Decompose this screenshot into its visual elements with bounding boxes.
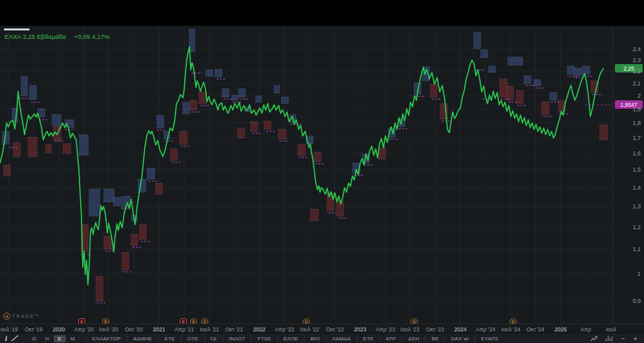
price-axis-label: 1,2 bbox=[632, 224, 641, 230]
compare-candle-up bbox=[79, 135, 89, 155]
watchlist-ticker[interactable]: ΙΝΛΟΤ bbox=[222, 336, 251, 342]
dividend-marker-icon[interactable]: D bbox=[190, 318, 197, 324]
time-axis-label: Απρ '23 bbox=[376, 326, 395, 333]
compare-candle-up bbox=[113, 197, 121, 206]
bottom-toolbar: i ΩΗΕΜ ΕΛΛΑΚΤΩΡΑΔΜΗΕΕΤΕΟΤΕΓΔΙΝΛΟΤFTSEΕΛΠ… bbox=[0, 333, 644, 343]
price-axis-label: 0,9 bbox=[632, 298, 641, 304]
price-chart-canvas[interactable] bbox=[0, 26, 613, 324]
zoom-in-button[interactable]: + bbox=[634, 335, 638, 342]
compare-candle-up bbox=[215, 69, 222, 77]
watchlist-ticker[interactable]: ΔΕΗ bbox=[402, 336, 425, 342]
broker-logo-icon: a bbox=[3, 313, 10, 320]
watchlist-ticker[interactable]: DAX wi bbox=[444, 336, 474, 342]
price-axis-label: 2,3 bbox=[632, 57, 641, 63]
watchlist-ticker[interactable]: ΟΤΕ bbox=[181, 336, 204, 342]
volume-bars-icon[interactable] bbox=[606, 336, 613, 341]
watchlist-ticker[interactable]: ΒΙΟ bbox=[304, 336, 325, 342]
interval-button-Μ[interactable]: Μ bbox=[66, 335, 80, 342]
time-axis-label: 2021 bbox=[153, 326, 166, 333]
compare-candle-up bbox=[103, 189, 114, 202]
watchlist-ticker[interactable]: ΑΔΜΗΕ bbox=[127, 336, 158, 342]
compare-candle-down bbox=[189, 100, 197, 110]
watchlist-ticker[interactable]: ΓΔ bbox=[204, 336, 222, 342]
time-axis-label: Ιουλ bbox=[606, 326, 616, 333]
time-axis-label: 2020 bbox=[53, 326, 65, 333]
scrollbar-thumb[interactable] bbox=[4, 28, 30, 30]
dividend-marker-icon[interactable]: D bbox=[411, 318, 418, 324]
watchlist-ticker[interactable]: ΕΛΠΕ bbox=[277, 336, 305, 342]
earnings-marker-icon[interactable]: E bbox=[180, 318, 187, 324]
trading-app-screen: ΕΛΧΑ 2,25 Εβδομάδα +0,09 4,17% EDEDDDDD … bbox=[0, 0, 644, 343]
price-axis-label: 1,7 bbox=[632, 135, 641, 141]
watchlist-ticker[interactable]: ΕΤΕ bbox=[357, 336, 380, 342]
compare-candle-up bbox=[182, 102, 190, 114]
watchlist-ticker[interactable]: ΕΛΛΑΚΤΩΡ bbox=[86, 336, 127, 342]
symbol-legend[interactable]: ΕΛΧΑ 2,25 Εβδομάδα +0,09 4,17% bbox=[5, 33, 110, 40]
compare-candle-down bbox=[314, 152, 321, 162]
interval-button-Ω[interactable]: Ω bbox=[28, 335, 41, 342]
watchlist-ticker[interactable]: ΕΥΑΠΣ bbox=[475, 336, 504, 342]
event-markers-row: EDEDDDDD bbox=[0, 318, 613, 324]
compare-candle-down bbox=[599, 125, 608, 140]
price-axis-label: 1,6 bbox=[632, 150, 641, 157]
time-axis-label: 2023 bbox=[354, 326, 367, 333]
price-axis-label: 1,9 bbox=[632, 106, 641, 113]
chart-pane[interactable]: ΕΛΧΑ 2,25 Εβδομάδα +0,09 4,17% EDEDDDDD … bbox=[0, 26, 613, 324]
compare-candle-down bbox=[264, 121, 272, 129]
compare-candle-up bbox=[488, 66, 496, 72]
watchlist-ticker[interactable]: ΒΕ bbox=[425, 336, 444, 342]
price-axis-label: 2,1 bbox=[632, 80, 641, 87]
dividend-marker-icon[interactable]: D bbox=[510, 318, 517, 324]
watchlist-ticker[interactable]: ΕΤΕ bbox=[158, 336, 180, 342]
info-icon[interactable]: i bbox=[5, 335, 7, 342]
interval-button-Ε[interactable]: Ε bbox=[54, 335, 66, 342]
watchlist-ticker[interactable]: ΛΑΜΔΑ bbox=[326, 336, 357, 342]
chart-corner-controls: − + bbox=[590, 335, 644, 342]
time-axis-label: Ιουλ '21 bbox=[200, 326, 219, 333]
time-axis-label: Ιουλ '23 bbox=[400, 326, 419, 333]
maximize-icon[interactable] bbox=[590, 336, 597, 342]
compare-candle-down bbox=[155, 183, 163, 194]
compare-candle-down bbox=[96, 276, 103, 301]
time-axis-label: Οκτ '24 bbox=[526, 326, 544, 333]
legend-symbol[interactable]: ΕΛΧΑ bbox=[5, 33, 21, 40]
time-axis-label: Οκτ '21 bbox=[225, 326, 243, 333]
zoom-out-button[interactable]: − bbox=[621, 335, 625, 342]
compare-candle-down bbox=[378, 148, 386, 159]
time-axis-label: Απρ '22 bbox=[275, 326, 294, 333]
compare-candle-up bbox=[21, 76, 28, 96]
dividend-marker-icon[interactable]: D bbox=[303, 318, 310, 324]
price-axis-label: 1,4 bbox=[632, 184, 641, 191]
legend-price: 2,25 bbox=[23, 33, 36, 40]
time-axis-label: Απρ '21 bbox=[175, 326, 194, 333]
compare-candle-up bbox=[533, 80, 541, 86]
legend-interval: Εβδομάδα bbox=[37, 33, 66, 40]
dividend-marker-icon[interactable]: D bbox=[102, 318, 109, 324]
interval-button-Η[interactable]: Η bbox=[41, 335, 54, 342]
compare-candle-down bbox=[237, 128, 245, 138]
price-axis-label: 1,5 bbox=[632, 166, 641, 173]
earnings-marker-icon[interactable]: E bbox=[78, 318, 85, 324]
compare-candle-up bbox=[508, 57, 515, 65]
compare-candle-down bbox=[45, 144, 52, 153]
compare-candle-down bbox=[28, 137, 38, 157]
price-axis[interactable]: 2,25 1,9547 2,42,32,22,121,91,81,71,61,5… bbox=[613, 26, 644, 324]
compare-candle-up bbox=[574, 68, 582, 76]
watchlist-ticker[interactable]: ΑΤΡ bbox=[380, 336, 402, 342]
time-axis[interactable]: Ιουλ '19Οκτ '192020Απρ '20Ιουλ '20Οκτ '2… bbox=[0, 324, 644, 333]
compare-candle-up bbox=[274, 85, 280, 93]
time-axis-label: Οκτ '23 bbox=[426, 326, 444, 333]
time-axis-label: Ιουλ '20 bbox=[99, 326, 118, 333]
compare-candle-up bbox=[473, 32, 481, 49]
compare-candle-down bbox=[170, 149, 178, 160]
compare-candle-up bbox=[89, 189, 100, 216]
legend-change-pct: 4,17% bbox=[92, 33, 109, 40]
price-axis-label: 1,1 bbox=[632, 246, 641, 252]
drawing-tool-icon[interactable] bbox=[11, 335, 19, 342]
dividend-marker-icon[interactable]: D bbox=[201, 318, 208, 324]
watchlist-ticker[interactable]: FTSE bbox=[251, 336, 277, 342]
compare-candle-down bbox=[139, 225, 147, 239]
compare-candle-up bbox=[255, 96, 262, 102]
compare-candle-down bbox=[297, 144, 306, 155]
compare-candle-up bbox=[524, 76, 531, 83]
